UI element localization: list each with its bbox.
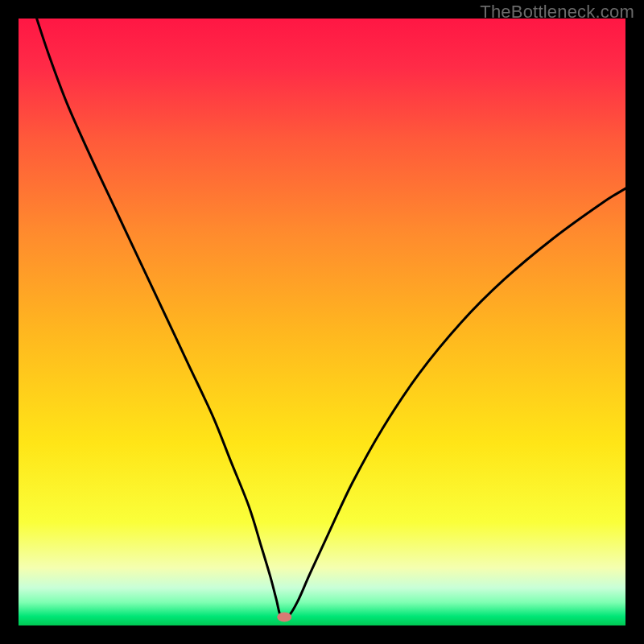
- gradient-background: [19, 19, 625, 625]
- optimum-marker: [277, 612, 291, 621]
- chart-svg: [19, 19, 625, 625]
- chart-frame: TheBottleneck.com: [0, 0, 644, 644]
- plot-area: [19, 19, 625, 625]
